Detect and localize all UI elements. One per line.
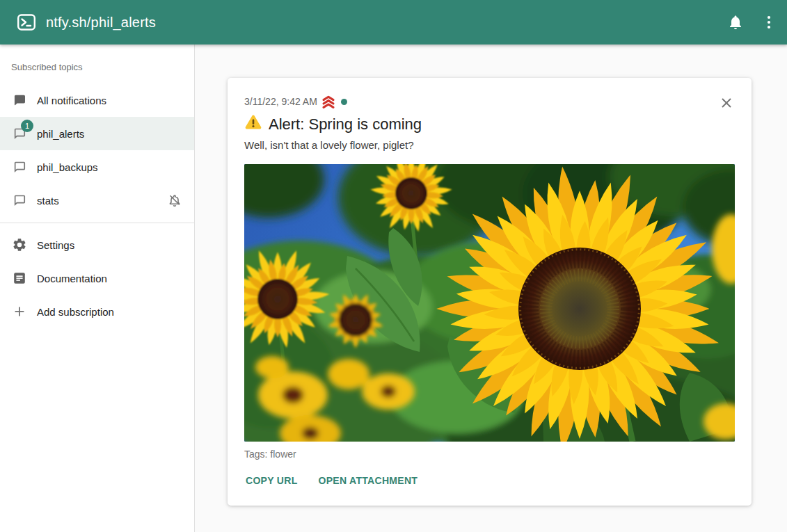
bell-off-icon — [166, 192, 183, 209]
notification-title: Alert: Spring is coming — [269, 114, 422, 135]
sidebar-item-add-subscription[interactable]: Add subscription — [0, 295, 194, 328]
chat-bubble-outline-icon — [11, 159, 28, 175]
chat-bubble-outline-icon: 1 — [11, 125, 28, 142]
main-content: 3/11/22, 9:42 AM — [195, 45, 787, 532]
unread-dot-icon — [341, 99, 347, 105]
notification-body: Well, isn't that a lovely flower, piglet… — [244, 138, 735, 152]
sidebar-item-all-notifications[interactable]: All notifications — [0, 83, 194, 117]
sidebar-item-phil-backups[interactable]: phil_backups — [0, 150, 194, 184]
notification-meta-row: 3/11/22, 9:42 AM — [244, 95, 735, 108]
article-icon — [11, 270, 28, 287]
notifications-bell-button[interactable] — [719, 6, 752, 39]
sidebar-item-stats[interactable]: stats — [0, 184, 194, 217]
sidebar-item-label: Settings — [37, 239, 74, 251]
overflow-menu-button[interactable] — [752, 6, 786, 39]
unread-count-badge: 1 — [21, 120, 33, 132]
plus-icon — [11, 303, 28, 320]
terminal-logo-icon — [17, 13, 36, 32]
attachment-image-sunflowers[interactable] — [244, 164, 735, 442]
app-bar: ntfy.sh/phil_alerts — [0, 0, 787, 45]
warning-emoji-icon — [244, 113, 262, 136]
notification-title-row: Alert: Spring is coming — [244, 113, 735, 136]
sidebar-section-label: Subscribed topics — [0, 45, 194, 83]
gear-icon — [11, 236, 28, 253]
close-icon[interactable] — [718, 95, 735, 111]
sidebar-item-label: Add subscription — [37, 306, 114, 318]
sidebar-item-label: phil_alerts — [37, 128, 84, 140]
sidebar-item-label: Documentation — [37, 273, 107, 284]
chat-bubble-outline-icon — [11, 192, 28, 209]
notification-tags: Tags: flower — [244, 449, 735, 460]
notification-card: 3/11/22, 9:42 AM — [228, 78, 752, 506]
sidebar-item-label: stats — [37, 195, 59, 207]
sidebar-item-label: phil_backups — [37, 161, 98, 173]
sidebar-item-documentation[interactable]: Documentation — [0, 261, 194, 295]
sidebar: Subscribed topics All notifications 1 ph… — [0, 45, 195, 532]
sidebar-item-label: All notifications — [37, 95, 106, 106]
open-attachment-button[interactable]: OPEN ATTACHMENT — [317, 468, 420, 493]
copy-url-button[interactable]: COPY URL — [244, 468, 299, 493]
app-title: ntfy.sh/phil_alerts — [46, 15, 156, 31]
priority-max-icon — [321, 95, 336, 109]
notification-actions: COPY URL OPEN ATTACHMENT — [244, 468, 735, 493]
sidebar-item-phil-alerts[interactable]: 1 phil_alerts — [0, 117, 194, 150]
chat-bubble-filled-icon — [11, 92, 28, 108]
notification-timestamp: 3/11/22, 9:42 AM — [244, 96, 317, 107]
sidebar-item-settings[interactable]: Settings — [0, 228, 194, 261]
sidebar-divider — [0, 223, 194, 223]
